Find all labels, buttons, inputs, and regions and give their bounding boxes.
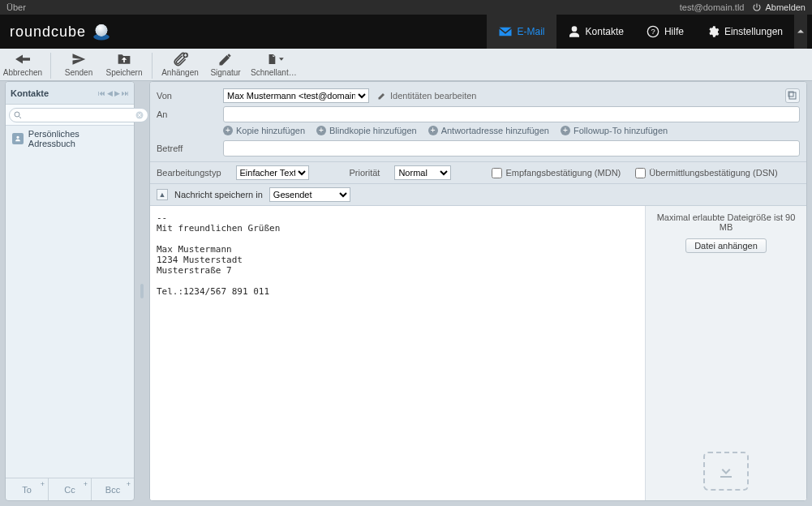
tool-attach-label: Anhängen xyxy=(161,68,199,77)
svg-point-2 xyxy=(96,24,108,36)
edit-identities-link[interactable]: Identitäten bearbeiten xyxy=(377,91,476,101)
chevron-down-icon xyxy=(279,57,284,62)
add-bcc-link[interactable]: +Blindkopie hinzufügen xyxy=(316,126,417,135)
chevron-up-icon xyxy=(797,28,804,35)
download-icon xyxy=(716,461,736,481)
nav-help[interactable]: ? Hilfe xyxy=(635,15,695,49)
savein-label: Nachricht speichern in xyxy=(174,190,263,199)
splitter[interactable] xyxy=(140,81,144,501)
document-icon xyxy=(266,51,277,67)
editortype-label: Bearbeitungstyp xyxy=(157,168,221,178)
logout-link[interactable]: Abmelden xyxy=(752,2,806,12)
about-link[interactable]: Über xyxy=(6,2,26,12)
toolbar-separator xyxy=(50,53,51,79)
brand-text: roundcube xyxy=(10,24,86,41)
tool-cancel-label: Abbrechen xyxy=(3,68,42,77)
person-icon xyxy=(568,25,581,38)
nav-settings[interactable]: Einstellungen xyxy=(695,15,794,49)
tool-attach[interactable]: Anhängen xyxy=(157,51,203,82)
nav-settings-label: Einstellungen xyxy=(724,26,783,37)
tool-send-label: Senden xyxy=(65,68,92,77)
maxsize-text: Maximal erlaubte Dateigröße ist 90 MB xyxy=(652,212,800,232)
tool-signature-label: Signatur xyxy=(210,68,240,77)
sidebar-title: Kontakte xyxy=(11,88,49,98)
pencil-icon xyxy=(217,51,234,67)
collapse-options[interactable]: ▲ xyxy=(157,189,168,200)
compose-panel: Von Max Mustermann <test@domain.tld> Ide… xyxy=(149,81,807,501)
to-label: An xyxy=(157,109,218,119)
nav-email-label: E-Mail xyxy=(518,26,545,37)
dropzone[interactable] xyxy=(703,452,749,491)
roundcube-logo-icon xyxy=(91,21,112,42)
add-cc-button[interactable]: Cc+ xyxy=(49,478,92,500)
add-followup-link[interactable]: +Followup-To hinzufügen xyxy=(561,126,668,135)
send-icon xyxy=(70,52,88,66)
subject-label: Betreff xyxy=(157,144,218,153)
from-select[interactable]: Max Mustermann <test@domain.tld> xyxy=(223,88,369,103)
priority-select[interactable]: Normal xyxy=(394,165,451,180)
tool-send[interactable]: Senden xyxy=(56,51,101,82)
tool-responses[interactable]: Schnellantw... xyxy=(248,51,302,82)
mdn-checkbox[interactable]: Empfangsbestätigung (MDN) xyxy=(492,168,621,178)
mail-icon xyxy=(498,26,513,37)
add-cc-link[interactable]: +Kopie hinzufügen xyxy=(223,126,305,135)
add-bcc-button[interactable]: Bcc+ xyxy=(92,478,134,500)
savein-select[interactable]: Gesendet xyxy=(269,187,350,202)
nav-more-caret[interactable] xyxy=(794,15,807,49)
editortype-select[interactable]: Einfacher Text xyxy=(236,165,309,180)
addressbook-label: Persönliches Adressbuch xyxy=(28,129,127,148)
paperclip-icon xyxy=(172,51,188,67)
sidebar-nav-first[interactable]: ⏮ xyxy=(98,89,105,97)
tool-save-label: Speichern xyxy=(105,68,142,77)
contact-search-input[interactable] xyxy=(23,110,135,120)
nav-contacts[interactable]: Kontakte xyxy=(556,15,635,49)
addressbook-item[interactable]: Persönliches Adressbuch xyxy=(6,126,134,152)
help-icon: ? xyxy=(647,25,659,38)
logout-label: Abmelden xyxy=(765,2,806,12)
tool-save[interactable]: Speichern xyxy=(101,51,147,82)
svg-text:?: ? xyxy=(651,28,655,36)
attach-file-button[interactable]: Datei anhängen xyxy=(685,238,767,253)
subject-input[interactable] xyxy=(223,140,800,157)
svg-point-6 xyxy=(15,112,19,117)
nav-email[interactable]: E-Mail xyxy=(487,15,556,49)
add-replyto-link[interactable]: +Antwortadresse hinzufügen xyxy=(428,126,549,135)
nav-help-label: Hilfe xyxy=(664,26,684,37)
save-folder-icon xyxy=(116,52,132,66)
search-icon xyxy=(13,110,23,120)
tool-signature[interactable]: Signatur xyxy=(203,51,248,82)
to-input[interactable] xyxy=(223,106,800,122)
from-label: Von xyxy=(157,91,218,101)
priority-label: Priorität xyxy=(350,168,380,178)
dsn-checkbox[interactable]: Übermittlungsbestätigung (DSN) xyxy=(635,168,777,178)
sidebar-nav-prev[interactable]: ◀ xyxy=(107,89,113,97)
back-arrow-icon xyxy=(14,52,32,66)
power-icon xyxy=(752,2,762,12)
gear-icon xyxy=(707,25,720,38)
tool-cancel[interactable]: Abbrechen xyxy=(0,51,45,82)
message-body[interactable]: -- Mit freundlichen Grüßen Max Musterman… xyxy=(150,206,646,500)
pencil-icon xyxy=(377,91,387,101)
sidebar-nav-last[interactable]: ⏭ xyxy=(122,89,129,97)
toolbar-separator xyxy=(152,53,153,79)
nav-contacts-label: Kontakte xyxy=(586,26,624,37)
add-to-button[interactable]: To+ xyxy=(6,478,49,500)
maximize-icon xyxy=(788,91,797,101)
current-user: test@domain.tld xyxy=(680,2,745,12)
contacts-sidebar: Kontakte ⏮ ◀ ▶ ⏭ Persönliches Adressbuch xyxy=(5,81,135,501)
maximize-button[interactable] xyxy=(785,88,800,103)
brand: roundcube xyxy=(5,21,112,42)
svg-rect-8 xyxy=(789,92,796,99)
addressbook-icon xyxy=(12,133,24,144)
sidebar-nav-next[interactable]: ▶ xyxy=(114,89,120,97)
tool-responses-label: Schnellantw... xyxy=(251,68,299,77)
attachments-panel: Maximal erlaubte Dateigröße ist 90 MB Da… xyxy=(646,206,806,500)
